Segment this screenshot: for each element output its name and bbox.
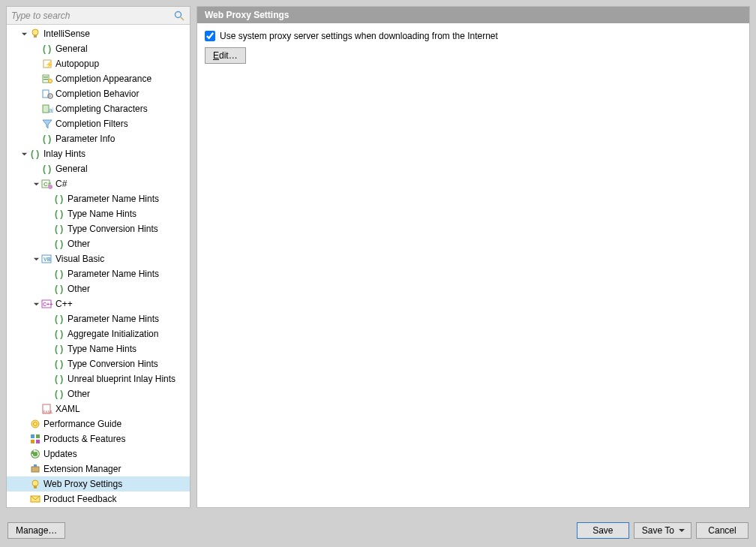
cancel-button[interactable]: Cancel [696, 522, 748, 539]
tree-item-label: Autopopup [56, 59, 99, 69]
grid-icon [29, 433, 41, 445]
tree-item-label: Inlay Hints [44, 149, 86, 159]
tree-item-label: Other [68, 389, 90, 399]
svg-text:( ): ( ) [55, 224, 63, 234]
tree-item-label: Type Conversion Hints [68, 359, 158, 369]
tree-item[interactable]: C#C# [7, 176, 190, 191]
tree-item[interactable]: Completion Behavior [7, 86, 190, 101]
tree-item-label: Completion Behavior [56, 89, 139, 99]
svg-line-1 [181, 17, 184, 20]
manage-button[interactable]: Manage… [8, 522, 65, 539]
tree-item-label: General [56, 164, 88, 174]
tree-item[interactable]: ( )Parameter Name Hints [7, 191, 190, 206]
svg-point-49 [32, 480, 38, 486]
tree-item-label: Unreal blueprint Inlay Hints [68, 374, 176, 384]
paren-icon: ( ) [53, 313, 65, 325]
svg-point-13 [50, 95, 51, 97]
search-icon[interactable] [173, 10, 185, 22]
tree-item[interactable]: ⚡Autopopup [7, 56, 190, 71]
paren-icon: ( ) [53, 343, 65, 355]
save-button[interactable]: Save [577, 522, 629, 539]
tree-item[interactable]: Performance Guide [7, 416, 190, 431]
tree-item-label: Aggregate Initialization [68, 329, 158, 339]
expander-open-icon[interactable] [31, 179, 41, 189]
edit-button[interactable]: Edit… [205, 47, 246, 64]
tree-item[interactable]: ( )General [7, 41, 190, 56]
tree-item[interactable]: Completion Appearance [7, 71, 190, 86]
proxy-icon [29, 478, 41, 490]
svg-text:C++: C++ [43, 302, 52, 307]
tree-item-label: Completion Filters [56, 119, 128, 129]
tree-item[interactable]: Completion Filters [7, 116, 190, 131]
tree-item[interactable]: ( )Type Conversion Hints [7, 221, 190, 236]
svg-text:( ): ( ) [43, 134, 51, 144]
use-system-proxy-label: Use system proxy server settings when do… [220, 31, 498, 41]
tree-item[interactable]: abCompleting Characters [7, 101, 190, 116]
tree-item-label: Type Name Hints [68, 344, 136, 354]
svg-rect-47 [32, 467, 39, 472]
svg-rect-14 [43, 105, 49, 113]
tree-item-label: Type Name Hints [68, 209, 136, 219]
save-to-button[interactable]: Save To [634, 522, 692, 539]
filter-icon [41, 118, 53, 130]
tree-scroll[interactable]: IntelliSense( )General⚡AutopopupCompleti… [7, 25, 190, 507]
tree-item[interactable]: ( )Type Conversion Hints [7, 356, 190, 371]
paren-icon: ( ) [41, 43, 53, 55]
paren-icon: ( ) [29, 148, 41, 160]
use-system-proxy-row[interactable]: Use system proxy server settings when do… [205, 31, 742, 41]
tree-item-label: Parameter Name Hints [68, 314, 159, 324]
tree-item[interactable]: C++C++ [7, 296, 190, 311]
tree-item[interactable]: ( )Type Name Hints [7, 206, 190, 221]
expander-open-icon[interactable] [19, 149, 29, 159]
settings-tree: IntelliSense( )General⚡AutopopupCompleti… [7, 25, 190, 507]
svg-text:( ): ( ) [55, 194, 63, 204]
tree-item[interactable]: Web Proxy Settings [7, 476, 190, 491]
expander-open-icon[interactable] [31, 299, 41, 309]
search-input[interactable] [11, 11, 173, 21]
tree-item[interactable]: ( )Other [7, 236, 190, 251]
tree-item[interactable]: ( )Type Name Hints [7, 341, 190, 356]
cpp-icon: C++ [41, 298, 53, 310]
svg-point-40 [32, 420, 39, 428]
svg-text:( ): ( ) [31, 149, 39, 159]
tree-item[interactable]: ( )Parameter Name Hints [7, 266, 190, 281]
svg-rect-8 [44, 77, 48, 78]
tree-item-label: Completing Characters [56, 104, 148, 114]
tree-item[interactable]: ( )Other [7, 281, 190, 296]
svg-rect-43 [36, 434, 40, 438]
svg-point-0 [176, 11, 182, 17]
bulb-icon [29, 28, 41, 40]
tree-item[interactable]: ( )Inlay Hints [7, 146, 190, 161]
tree-item[interactable]: ( )Parameter Info [7, 131, 190, 146]
expander-open-icon[interactable] [19, 29, 29, 39]
tree-item[interactable]: ( )Aggregate Initialization [7, 326, 190, 341]
svg-point-21 [48, 185, 52, 189]
svg-text:( ): ( ) [55, 374, 63, 384]
search-box [7, 7, 190, 25]
tree-item[interactable]: XAMLXAML [7, 401, 190, 416]
tree-item-label: Products & Features [44, 434, 125, 444]
expander-open-icon[interactable] [31, 254, 41, 264]
tree-item[interactable]: VBVisual Basic [7, 251, 190, 266]
paren-icon: ( ) [53, 268, 65, 280]
tree-item[interactable]: ( )Unreal blueprint Inlay Hints [7, 371, 190, 386]
tree-item[interactable]: Extension Manager [7, 461, 190, 476]
snail-icon [29, 418, 41, 430]
tree-item[interactable]: ( )General [7, 161, 190, 176]
paren-icon: ( ) [41, 163, 53, 175]
tree-item[interactable]: Product Feedback [7, 491, 190, 506]
svg-text:VB: VB [44, 257, 51, 262]
tree-item-label: Type Conversion Hints [68, 224, 158, 234]
svg-rect-42 [31, 434, 34, 438]
paren-icon: ( ) [53, 388, 65, 400]
tree-item[interactable]: ( )Other [7, 386, 190, 401]
tree-item[interactable]: Products & Features [7, 431, 190, 446]
tree-item[interactable]: IntelliSense [7, 26, 190, 41]
tree-item[interactable]: ( )Parameter Name Hints [7, 311, 190, 326]
tree-item[interactable]: Updates [7, 446, 190, 461]
content-body: Use system proxy server settings when do… [197, 23, 749, 71]
tree-item-label: Extension Manager [44, 464, 121, 474]
use-system-proxy-checkbox[interactable] [205, 31, 215, 41]
svg-rect-45 [36, 440, 40, 443]
svg-text:( ): ( ) [55, 329, 63, 339]
